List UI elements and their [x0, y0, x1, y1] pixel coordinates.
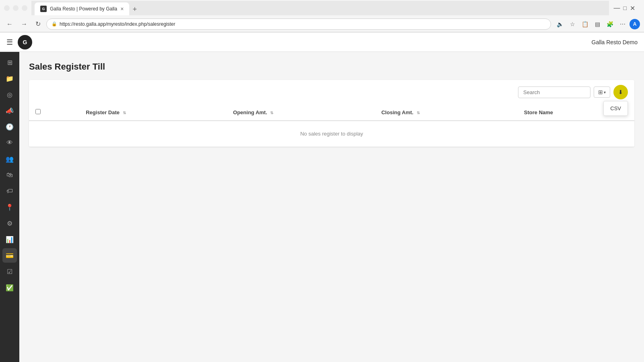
sidebar-item-customers[interactable]: 👥: [2, 152, 17, 166]
export-icon: ⬇: [618, 89, 623, 95]
sidebar-item-folder[interactable]: 📁: [2, 71, 17, 86]
refresh-button[interactable]: ↻: [33, 19, 43, 29]
register-date-label: Register Date: [86, 109, 120, 115]
sidebar-item-dashboard[interactable]: ⊞: [2, 55, 17, 70]
close-window-button[interactable]: ✕: [630, 4, 635, 12]
sidebar-item-register[interactable]: 💳: [2, 248, 17, 263]
table-body: No sales register to display: [29, 121, 634, 147]
closing-amt-label: Closing Amt.: [381, 109, 413, 115]
export-dropdown-container: ⬇ CSV: [613, 85, 628, 99]
tab-title: Galla Resto | Powered by Galla: [50, 6, 117, 12]
sidebar-item-locations[interactable]: 📍: [2, 200, 17, 214]
sidebar-item-eye[interactable]: 👁: [2, 136, 17, 150]
store-name-label: Store Name: [524, 109, 553, 115]
app-title: Galla Resto Demo: [592, 39, 638, 45]
tab-favicon: G: [40, 6, 47, 12]
select-all-checkbox[interactable]: [35, 109, 41, 114]
closing-amt-header: Closing Amt. ⇅: [375, 104, 517, 121]
read-aloud-button[interactable]: 🔈: [554, 19, 566, 29]
restore-window-button[interactable]: □: [623, 5, 627, 11]
opening-amt-sort-icon[interactable]: ⇅: [270, 111, 273, 115]
empty-row: No sales register to display: [29, 121, 634, 147]
table-toolbar: ⊞ ▾ ⬇ CSV: [29, 80, 634, 104]
grid-icon: ⊞: [598, 89, 603, 95]
browser-profile-button[interactable]: A: [630, 19, 640, 29]
back-button[interactable]: ←: [4, 19, 15, 29]
export-button[interactable]: ⬇: [613, 85, 628, 99]
window-close-button[interactable]: ✕: [4, 5, 10, 11]
data-table: Register Date ⇅ Opening Amt. ⇅ Closing A…: [29, 104, 634, 147]
sidebar-item-checklist[interactable]: ✅: [2, 280, 17, 295]
app-logo: G: [18, 35, 32, 49]
csv-dropdown: CSV: [603, 101, 628, 116]
table-wrapper: Register Date ⇅ Opening Amt. ⇅ Closing A…: [29, 104, 634, 147]
opening-amt-header: Opening Amt. ⇅: [227, 104, 375, 121]
select-all-header: [29, 104, 79, 121]
sidebar-item-history[interactable]: 🕐: [2, 119, 17, 134]
window-action-buttons: — □ ✕: [609, 4, 640, 12]
table-header: Register Date ⇅ Opening Amt. ⇅ Closing A…: [29, 104, 634, 121]
main-content: Sales Register Till ⊞ ▾ ⬇ CSV: [19, 52, 644, 362]
sidebar-item-marketing[interactable]: 📣: [2, 103, 17, 118]
grid-view-button[interactable]: ⊞ ▾: [594, 86, 610, 98]
table-container: ⊞ ▾ ⬇ CSV: [29, 80, 634, 147]
browser-toolbar-icons: 🔈 ☆ 📋 ▤ 🧩 ⋯ A: [554, 19, 640, 29]
opening-amt-label: Opening Amt.: [233, 109, 267, 115]
browser-chrome: ✕ − □ G Galla Resto | Powered by Galla ×…: [0, 0, 644, 33]
new-tab-button[interactable]: +: [129, 4, 140, 15]
url-text: https://resto.galla.app/myresto/index.ph…: [60, 21, 175, 27]
register-date-sort-icon[interactable]: ⇅: [123, 111, 126, 115]
sidebar-item-tags[interactable]: 🏷: [2, 184, 17, 198]
sidebar: ⊞ 📁 ◎ 📣 🕐 👁 👥 🛍 🏷 📍 ⚙ 📊 💳 ☑ ✅: [0, 52, 19, 362]
sidebar-item-reports[interactable]: ◎: [2, 87, 17, 102]
closing-amt-sort-icon[interactable]: ⇅: [417, 111, 420, 115]
favorites-button[interactable]: ☆: [568, 19, 578, 29]
address-bar[interactable]: 🔒 https://resto.galla.app/myresto/index.…: [46, 19, 551, 30]
register-date-header: Register Date ⇅: [79, 104, 227, 121]
sidebar-item-inventory[interactable]: 🛍: [2, 168, 17, 182]
extensions-button[interactable]: 🧩: [604, 19, 616, 29]
collections-button[interactable]: 📋: [579, 19, 591, 29]
window-maximize-button[interactable]: □: [22, 5, 27, 11]
app-header: ☰ G Galla Resto Demo: [0, 33, 644, 52]
browser-tabs: G Galla Resto | Powered by Galla × +: [31, 1, 609, 15]
minimize-window-button[interactable]: —: [614, 4, 620, 12]
search-input[interactable]: [518, 86, 590, 98]
sidebar-item-tasks[interactable]: ☑: [2, 264, 17, 279]
sidebar-toggle-button[interactable]: ▤: [592, 19, 603, 29]
browser-toolbar: ← → ↻ 🔒 https://resto.galla.app/myresto/…: [0, 16, 644, 32]
more-button[interactable]: ⋯: [617, 19, 628, 29]
window-controls: ✕ − □: [4, 5, 27, 11]
grid-dropdown-icon: ▾: [604, 90, 606, 95]
sidebar-item-settings[interactable]: ⚙: [2, 216, 17, 230]
hamburger-button[interactable]: ☰: [6, 38, 13, 47]
csv-option[interactable]: CSV: [604, 103, 627, 114]
lock-icon: 🔒: [52, 21, 57, 27]
forward-button[interactable]: →: [19, 19, 30, 29]
empty-message: No sales register to display: [300, 131, 363, 137]
active-browser-tab[interactable]: G Galla Resto | Powered by Galla ×: [35, 2, 129, 15]
window-minimize-button[interactable]: −: [13, 5, 19, 11]
tab-close-button[interactable]: ×: [120, 6, 124, 12]
app-body: ⊞ 📁 ◎ 📣 🕐 👁 👥 🛍 🏷 📍 ⚙ 📊 💳 ☑ ✅ Sales Regi…: [0, 52, 644, 362]
page-title: Sales Register Till: [29, 62, 634, 72]
sidebar-item-analytics[interactable]: 📊: [2, 232, 17, 247]
browser-titlebar: ✕ − □ G Galla Resto | Powered by Galla ×…: [0, 0, 644, 16]
